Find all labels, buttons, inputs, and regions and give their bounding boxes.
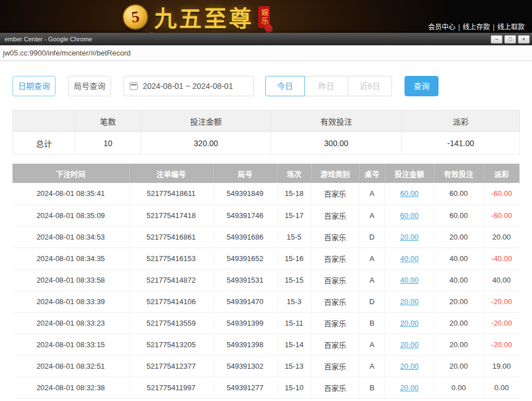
cell-payout: 20.00 [483, 226, 520, 248]
nav-separator: | [458, 23, 460, 31]
cell-payout: -20.00 [483, 334, 520, 355]
minimize-button[interactable]: – [491, 35, 503, 44]
search-button[interactable]: 查询 [405, 76, 439, 96]
cell-table-no: A [359, 355, 385, 377]
summary-bet-amount-value: 320.00 [141, 132, 271, 155]
date-range-input[interactable]: 2024-08-01 ~ 2024-08-01 [124, 76, 254, 96]
bet-amount-link[interactable]: 40.00 [400, 254, 419, 263]
browser-titlebar[interactable]: ember Center - Google Chrome – □ × [0, 33, 532, 45]
summary-valid-bet-value: 300.00 [271, 132, 402, 155]
cell-payout: -60.00 [483, 204, 520, 226]
cell-bet-id: 521775418611 [129, 183, 213, 204]
date-query-tab[interactable]: 日期查询 [12, 76, 56, 96]
quick-range-group: 今日 昨日 近8日 [265, 76, 392, 96]
summary-header-row: 笔数 投注金额 有效投注 派彩 [13, 110, 520, 132]
col-header-bet-amount: 投注金额 [385, 164, 434, 183]
close-button[interactable]: × [518, 35, 530, 44]
cell-session: 15-13 [277, 355, 311, 377]
yesterday-button[interactable]: 昨日 [304, 76, 348, 96]
logo-text: 九五至尊 [154, 1, 254, 33]
col-header-valid-bet: 有效投注 [434, 164, 483, 183]
maximize-button[interactable]: □ [504, 35, 516, 44]
col-header-payout: 派彩 [483, 164, 520, 183]
nav-online-deposit[interactable]: 线上存款 [463, 23, 490, 31]
cell-session: 15-18 [277, 183, 311, 204]
col-header-table-no: 桌号 [359, 164, 385, 183]
col-header-bet-id: 注单编号 [129, 164, 213, 183]
cell-bet-time: 2024-08-01 08:34:53 [12, 226, 129, 248]
calendar-icon [130, 82, 138, 90]
cell-bet-amount: 20.00 [385, 377, 434, 398]
cell-valid-bet: 20.00 [434, 355, 483, 377]
summary-header-count: 笔数 [75, 110, 141, 132]
cell-bet-id: 521775413205 [129, 334, 213, 355]
cell-round-id: 549391746 [213, 204, 277, 226]
cell-bet-id: 521775412377 [129, 355, 213, 377]
date-range-value: 2024-08-01 ~ 2024-08-01 [143, 82, 233, 91]
bet-table-header-row: 下注时间 注单编号 局号 场次 游戏类别 桌号 投注金额 有效投注 派彩 [12, 164, 520, 183]
site-nav: 会员中心|线上存款|线上取款 [425, 22, 527, 31]
cell-round-id: 549391277 [213, 377, 277, 398]
table-row: 2024-08-01 08:33:39521775414106549391470… [12, 291, 520, 312]
cell-bet-time: 2024-08-01 08:33:15 [12, 334, 129, 355]
logo-badge-wrap: 娱乐 [258, 6, 270, 28]
browser-window: ember Center - Google Chrome – □ × jw05.… [0, 33, 532, 401]
cell-session: 15-16 [277, 248, 311, 269]
table-row: 2024-08-01 08:35:41521775418611549391849… [12, 183, 520, 204]
cell-table-no: D [359, 291, 385, 312]
bet-amount-link[interactable]: 20.00 [400, 362, 419, 370]
cell-bet-time: 2024-08-01 08:34:35 [12, 248, 129, 269]
cell-valid-bet: 40.00 [434, 269, 483, 291]
nav-separator: | [493, 23, 495, 31]
cell-table-no: B [359, 377, 385, 398]
cell-game-type: 百家乐 [311, 334, 359, 355]
bet-amount-link[interactable]: 20.00 [400, 297, 419, 306]
bet-amount-link[interactable]: 60.00 [400, 211, 419, 220]
table-row: 2024-08-01 08:35:09521775417418549391746… [12, 204, 520, 226]
table-row: 2024-08-01 08:33:15521775413205549391398… [12, 334, 520, 355]
bet-amount-link[interactable]: 20.00 [400, 319, 419, 327]
cell-valid-bet: 20.00 [434, 334, 483, 355]
bet-amount-link[interactable]: 60.00 [400, 189, 419, 198]
cell-valid-bet: 20.00 [434, 291, 483, 312]
cell-bet-id: 521775414872 [129, 269, 213, 291]
summary-count-value: 10 [75, 132, 141, 155]
window-controls: – □ × [491, 35, 530, 44]
today-button[interactable]: 今日 [265, 76, 305, 96]
cell-payout: 19.00 [483, 355, 520, 377]
cell-valid-bet: 20.00 [434, 226, 483, 248]
bet-amount-link[interactable]: 20.00 [400, 383, 419, 392]
bet-amount-link[interactable]: 40.00 [400, 276, 419, 284]
nav-online-withdraw[interactable]: 线上取款 [497, 23, 525, 31]
cell-table-no: A [359, 204, 385, 226]
cell-game-type: 百家乐 [311, 183, 359, 204]
last8days-button[interactable]: 近8日 [348, 76, 392, 96]
cell-session: 15-10 [277, 377, 311, 398]
bet-amount-link[interactable]: 20.00 [400, 233, 419, 241]
bet-amount-link[interactable]: 20.00 [400, 340, 419, 349]
logo-coin-icon: 5 [121, 2, 150, 32]
cell-bet-id: 521775417418 [129, 204, 213, 226]
bet-record-page: 日期查询 局号查询 2024-08-01 ~ 2024-08-01 今日 昨日 … [0, 61, 532, 401]
round-query-tab[interactable]: 局号查询 [68, 76, 111, 96]
summary-table: 笔数 投注金额 有效投注 派彩 总计 10 320.00 300.00 -141… [12, 110, 520, 155]
cell-round-id: 549391686 [213, 226, 277, 248]
cell-valid-bet: 40.00 [434, 248, 483, 269]
cell-bet-id: 521775416861 [129, 226, 213, 248]
nav-member-center[interactable]: 会员中心 [428, 23, 456, 31]
cell-session: 15-15 [277, 269, 311, 291]
cell-bet-id: 521775413559 [129, 312, 213, 334]
cell-session: 15-17 [277, 204, 311, 226]
col-header-session: 场次 [277, 164, 311, 183]
cell-bet-amount: 60.00 [385, 183, 434, 204]
cell-bet-time: 2024-08-01 08:35:09 [12, 204, 129, 226]
browser-urlbar[interactable]: jw05.cc:9900/infe/mcenter/#/betRecord [0, 45, 532, 61]
bet-record-table: 下注时间 注单编号 局号 场次 游戏类别 桌号 投注金额 有效投注 派彩 202… [12, 164, 520, 399]
cell-bet-time: 2024-08-01 08:35:41 [12, 183, 129, 204]
cell-table-no: B [359, 312, 385, 334]
cell-bet-amount: 20.00 [385, 226, 434, 248]
cell-bet-amount: 40.00 [385, 248, 434, 269]
cell-bet-time: 2024-08-01 08:33:58 [12, 269, 129, 291]
cell-table-no: A [359, 183, 385, 204]
cell-bet-amount: 40.00 [385, 269, 434, 291]
